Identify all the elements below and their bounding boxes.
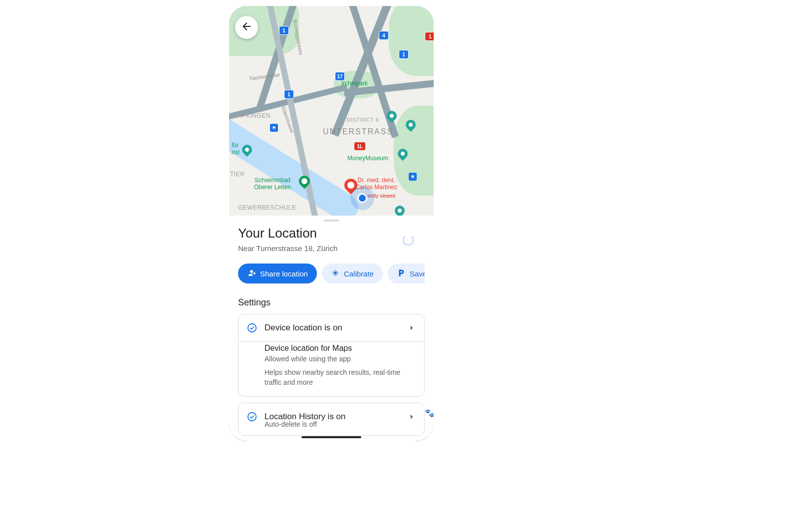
road-shield: 17 (335, 72, 345, 81)
neighborhood-label: GEWERBESCHULE (238, 204, 296, 211)
calibrate-icon (331, 268, 340, 279)
device-location-card: Device location is on Device location fo… (238, 314, 425, 397)
detail-description: Helps show nearby search results, real-t… (264, 368, 416, 387)
poi-label[interactable]: Irchelpark (341, 80, 368, 87)
parking-icon (397, 268, 406, 279)
transit-stop-icon[interactable] (409, 173, 417, 181)
svg-point-1 (248, 324, 257, 332)
device-location-details: Device location for Maps Allowed while u… (239, 344, 424, 396)
road-shield: 1 (399, 50, 409, 59)
neighborhood-label: WIPKINGEN (234, 112, 270, 119)
transit-stop-icon[interactable] (270, 124, 278, 132)
checkmark-circle-icon (247, 322, 258, 333)
poi-label[interactable]: MoneyMuseum (347, 155, 388, 162)
share-location-button[interactable]: Share location (238, 264, 317, 283)
calibrate-button[interactable]: Calibrate (322, 264, 383, 283)
road-label: Tiechestrasse (249, 72, 280, 82)
paw-icon: 🐾 (425, 408, 434, 418)
current-location-dot[interactable] (357, 193, 367, 203)
road-shield: 1 (284, 90, 294, 99)
arrow-left-icon (241, 20, 253, 34)
chip-label: Calibrate (344, 269, 374, 278)
recently-viewed-label: cently viewed (365, 193, 395, 199)
sheet-title: Your Location (238, 226, 425, 241)
poi-label[interactable]: Schwimmbad Oberer Letten (254, 177, 291, 191)
row-subtitle: Auto-delete is off (239, 420, 424, 435)
road-shield: 1 (279, 26, 289, 35)
checkmark-circle-icon (247, 411, 258, 422)
share-person-icon (247, 268, 256, 279)
road-shield: 1 (425, 32, 434, 41)
poi-label[interactable]: Dr. med. dent. Carlos Martinez (355, 177, 397, 191)
device-location-row[interactable]: Device location is on (239, 314, 424, 342)
row-title: Device location is on (264, 323, 400, 333)
phone-frame: UNTERSTRASS DISTRICT 6 WIPKINGEN GEWERBE… (229, 6, 434, 441)
settings-header: Settings (238, 297, 425, 308)
action-chips-row: Share location Calibrate Save parkin (238, 264, 425, 283)
back-button[interactable] (235, 16, 258, 39)
road-shield: 4 (379, 31, 389, 40)
sheet-grabber[interactable] (323, 220, 339, 222)
park-area (389, 6, 434, 76)
svg-point-2 (248, 413, 257, 421)
location-sheet: Your Location Near Turnerstrasse 18, Zür… (229, 220, 434, 436)
road-shield: 1L (354, 142, 366, 151)
location-history-card: Location History is on Auto-delete is of… (238, 403, 425, 436)
neighborhood-label: UNTERSTRASS (323, 127, 393, 136)
map-view[interactable]: UNTERSTRASS DISTRICT 6 WIPKINGEN GEWERBE… (229, 6, 434, 216)
chip-label: Save parkin (410, 269, 425, 278)
poi-pin[interactable] (393, 204, 407, 216)
neighborhood-label: TIER (230, 171, 245, 178)
poi-label[interactable]: für nst (232, 142, 240, 156)
sheet-subtitle: Near Turnerstrasse 18, Zürich (238, 244, 425, 253)
home-indicator[interactable] (301, 436, 361, 438)
detail-title: Device location for Maps (264, 344, 416, 353)
screen: UNTERSTRASS DISTRICT 6 WIPKINGEN GEWERBE… (229, 6, 434, 441)
loading-spinner (403, 235, 414, 246)
chip-label: Share location (260, 269, 308, 278)
neighborhood-label: DISTRICT 6 (347, 117, 379, 123)
detail-status: Allowed while using the app (264, 355, 416, 363)
chevron-right-icon (407, 412, 416, 421)
svg-point-0 (334, 271, 337, 274)
chevron-right-icon (407, 323, 416, 332)
save-parking-button[interactable]: Save parkin (388, 264, 425, 283)
